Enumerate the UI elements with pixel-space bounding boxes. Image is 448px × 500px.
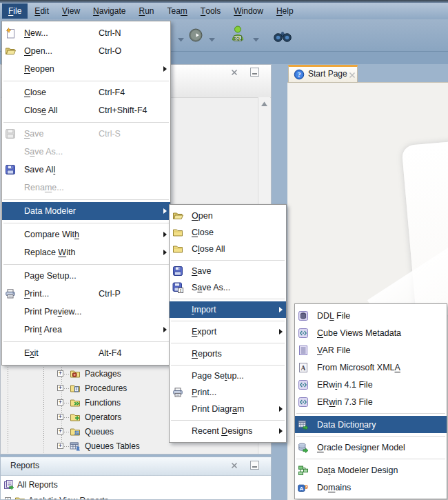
- report-item-all-reports[interactable]: All Reports: [1, 478, 271, 492]
- menubar-item-edit[interactable]: Edit: [28, 3, 55, 19]
- menubar-item-file[interactable]: File: [2, 3, 28, 19]
- menu-item-cube-views-metadata[interactable]: Cube Views Metadata: [295, 324, 447, 341]
- table-import-icon: [298, 419, 312, 430]
- find-binoculars-icon[interactable]: [274, 30, 292, 44]
- menu-item-label: Close: [24, 88, 46, 97]
- dropdown-caret-icon[interactable]: [209, 34, 215, 44]
- expand-plus-icon[interactable]: +: [57, 414, 63, 420]
- dropdown-caret-icon[interactable]: [253, 34, 259, 44]
- menu-item-oracle-designer-model[interactable]: Oracle Designer Model: [295, 439, 447, 456]
- svg-text:9: 9: [305, 483, 308, 490]
- report-item-analytic-view-reports[interactable]: +Analytic View Reports: [1, 494, 271, 500]
- menu-item-erwin-4-1-file[interactable]: ERwin 4.1 File: [295, 376, 447, 393]
- expand-plus-icon[interactable]: +: [57, 428, 63, 434]
- folder-open-icon: [5, 46, 19, 57]
- menu-item-close[interactable]: CloseCtrl-F4: [2, 83, 170, 101]
- menubar-item-team[interactable]: Team: [161, 3, 194, 19]
- svg-text:A: A: [300, 485, 304, 491]
- expand-plus-icon[interactable]: +: [57, 385, 63, 391]
- menu-item-print[interactable]: Print...: [170, 384, 286, 401]
- navigate-forward-icon[interactable]: [189, 28, 203, 44]
- menubar-item-view[interactable]: View: [56, 3, 86, 19]
- menu-item-recent-designs[interactable]: Recent Designs: [170, 423, 286, 439]
- svg-text:SQL: SQL: [234, 37, 242, 41]
- blank-icon: [172, 348, 186, 359]
- menu-item-page-setup[interactable]: Page Setup...: [170, 368, 286, 384]
- menu-item-compare-with[interactable]: Compare With: [2, 226, 170, 243]
- menubar-item-navigate[interactable]: Navigate: [87, 3, 132, 19]
- tree-node-label: Queues Tables: [85, 439, 140, 453]
- menu-item-import[interactable]: Import: [170, 301, 286, 318]
- menu-item-rename: Rename...: [2, 179, 170, 197]
- menu-item-domains[interactable]: A9Domains: [295, 479, 447, 496]
- blank-icon: [5, 206, 19, 217]
- scroll-up-icon[interactable]: [261, 100, 268, 107]
- menu-item-label: ERwin 7.3 File: [317, 397, 373, 407]
- expand-plus-icon[interactable]: +: [5, 497, 11, 500]
- menu-item-open[interactable]: Open...Ctrl-O: [2, 42, 170, 60]
- menu-item-from-microsoft-xmla[interactable]: AFrom Microsoft XMLA: [295, 359, 447, 376]
- menu-item-label: Close All: [192, 244, 225, 254]
- menu-item-label: DDL File: [317, 311, 350, 321]
- tree-node-partial[interactable]: [1, 454, 271, 454]
- menu-item-exit[interactable]: ExitAlt-F4: [2, 344, 170, 362]
- menu-item-reopen[interactable]: Reopen: [2, 60, 170, 78]
- svg-text:?: ?: [298, 71, 301, 79]
- menu-item-page-setup[interactable]: Page Setup...: [2, 267, 170, 285]
- menu-item-replace-with[interactable]: Replace With: [2, 243, 170, 261]
- minimize-icon[interactable]: [250, 461, 259, 470]
- menu-item-print[interactable]: Print...Ctrl-P: [2, 285, 170, 303]
- expand-plus-icon[interactable]: +: [57, 399, 63, 406]
- menubar-item-tools[interactable]: Tools: [194, 3, 227, 19]
- menu-item-save-as[interactable]: ISave As...: [170, 279, 286, 296]
- expand-plus-icon[interactable]: +: [57, 370, 63, 377]
- close-icon[interactable]: [230, 461, 238, 470]
- menu-item-label: Oracle Designer Model: [317, 443, 405, 452]
- menu-item-print-preview[interactable]: Print Preview...: [2, 303, 170, 321]
- menu-item-close-all[interactable]: Close AllCtrl+Shift-F4: [2, 101, 170, 119]
- queues-tables-icon: [70, 441, 81, 452]
- blank-icon: [5, 182, 19, 193]
- sql-session-icon[interactable]: SQL: [231, 26, 245, 44]
- menu-item-new[interactable]: New...Ctrl-N: [2, 24, 170, 42]
- menu-item-label: Rename...: [24, 183, 64, 192]
- menu-item-print-area[interactable]: Print Area: [2, 321, 170, 339]
- menu-item-erwin-7-3-file[interactable]: ERwin 7.3 File: [295, 393, 447, 410]
- menubar-item-run[interactable]: Run: [132, 3, 160, 19]
- menu-item-save[interactable]: Save: [170, 263, 286, 279]
- menu-item-close[interactable]: Close: [170, 224, 286, 241]
- menu-item-data-modeler-design[interactable]: Data Modeler Design: [295, 461, 447, 479]
- tree-node-label: Procedures: [85, 381, 127, 395]
- menu-item-label: VAR File: [317, 346, 350, 355]
- dropdown-caret-icon[interactable]: [178, 34, 184, 44]
- menu-item-close-all[interactable]: Close All: [170, 241, 286, 257]
- menu-item-data-modeler[interactable]: Data Modeler: [2, 202, 170, 220]
- expand-plus-icon[interactable]: +: [57, 443, 63, 449]
- menu-item-print-diagram[interactable]: Print Diagram: [170, 401, 286, 417]
- tab-close-icon[interactable]: [348, 71, 355, 78]
- blank-icon: [172, 326, 186, 337]
- menu-item-label: Data Dictionary: [317, 420, 376, 430]
- tree-guide-line: [64, 417, 69, 418]
- menu-item-label: Compare With: [24, 230, 79, 239]
- menu-item-save-all[interactable]: Save All: [2, 161, 170, 179]
- menu-item-label: Print Preview...: [24, 307, 81, 317]
- menu-item-data-dictionary[interactable]: Data Dictionary: [295, 416, 447, 433]
- menu-item-label: Data Modeler Design: [317, 466, 398, 475]
- all-reports-icon: [3, 479, 14, 490]
- menu-item-open[interactable]: Open: [170, 208, 286, 224]
- menubar-item-window[interactable]: Window: [227, 3, 269, 19]
- menubar-item-help[interactable]: Help: [270, 3, 300, 19]
- menu-item-var-file[interactable]: VAR File: [295, 341, 447, 359]
- menu-item-reports[interactable]: Reports: [170, 346, 286, 362]
- tab-start-page[interactable]: ? Start Page: [288, 65, 358, 83]
- folder-icon: [172, 243, 186, 254]
- menu-item-export[interactable]: Export: [170, 323, 286, 340]
- menu-item-ddl-file[interactable]: DDL File: [295, 307, 447, 324]
- menu-separator: [3, 81, 169, 81]
- menu-item-shortcut: Ctrl-N: [99, 28, 121, 38]
- menu-item-label: Save As...: [24, 147, 63, 157]
- folder-open-icon: [172, 210, 186, 221]
- menu-item-label: Recent Designs: [192, 426, 252, 436]
- menu-separator: [171, 420, 285, 421]
